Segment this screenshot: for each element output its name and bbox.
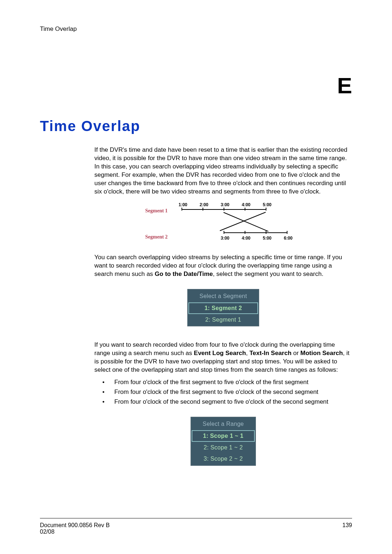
select-segment-dialog: Select a Segment 1: Segment 2 2: Segment…: [94, 285, 352, 333]
para3-mid1: ,: [246, 350, 249, 357]
para3-bold1: Event Log Search: [194, 350, 246, 357]
header-section-label: Time Overlap: [40, 25, 352, 33]
footer-page-number: 139: [342, 522, 352, 535]
para3-bold3: Motion Search: [301, 350, 343, 357]
para3-bold2: Text-In Search: [249, 350, 291, 357]
segments-figure: Segment 1 1:00 2:00 3:00 4:00 5:00: [94, 203, 352, 245]
footer-rule: [40, 518, 352, 518]
paragraph-3: If you want to search recorded video fro…: [94, 341, 352, 374]
dialog-range-item-1[interactable]: 1: Scope 1 ~ 1: [192, 430, 255, 442]
dialog-range-item-3[interactable]: 3: Scope 2 ~ 2: [192, 453, 255, 465]
tick-label: 4:00: [242, 202, 263, 208]
segment1-timeline: 1:00 2:00 3:00 4:00 5:00: [181, 203, 301, 219]
bullet-list: From four o'clock of the first segment t…: [94, 378, 352, 406]
para2-text-b: , select the segment you want to search.: [213, 270, 323, 277]
tick-label: 5:00: [263, 202, 284, 208]
segment2-timeline: 3:00 4:00 5:00 6:00: [181, 229, 301, 245]
paragraph-1: If the DVR's time and date have been res…: [94, 146, 352, 196]
tick-label: 3:00: [221, 235, 242, 241]
para3-mid2: or: [291, 350, 301, 357]
tick-label: 3:00: [221, 202, 242, 208]
footer-doc-id: Document 900.0856 Rev B: [40, 522, 110, 529]
appendix-letter: E: [337, 73, 352, 98]
segment1-label: Segment 1: [145, 203, 181, 215]
list-item: From four o'clock of the first segment t…: [94, 378, 352, 387]
body-content: If the DVR's time and date have been res…: [94, 146, 352, 472]
footer-left: Document 900.0856 Rev B 02/08: [40, 522, 110, 535]
tick-label: 6:00: [284, 235, 305, 241]
dialog-segment-item-1[interactable]: 1: Segment 2: [188, 302, 258, 314]
tick-label: 2:00: [200, 202, 221, 208]
select-range-dialog: Select a Range 1: Scope 1 ~ 1 2: Scope 1…: [94, 413, 352, 472]
tick-label: 1:00: [179, 202, 200, 208]
list-item: From four o'clock of the second segment …: [94, 398, 352, 406]
tick-label: 4:00: [242, 235, 263, 241]
page-footer: Document 900.0856 Rev B 02/08 139: [40, 518, 352, 535]
segment2-label: Segment 2: [145, 229, 181, 241]
paragraph-2: You can search overlapping video streams…: [94, 253, 352, 278]
dialog-range-title: Select a Range: [192, 418, 255, 430]
para2-bold: Go to the Date/Time: [155, 270, 213, 277]
dialog-segment-item-2[interactable]: 2: Segment 1: [188, 314, 258, 326]
list-item: From four o'clock of the first segment t…: [94, 388, 352, 396]
footer-date: 02/08: [40, 529, 110, 535]
dialog-segment-title: Select a Segment: [188, 290, 258, 302]
tick-label: 5:00: [263, 235, 284, 241]
dialog-range-item-2[interactable]: 2: Scope 1 ~ 2: [192, 442, 255, 453]
page-title: Time Overlap: [40, 118, 352, 134]
